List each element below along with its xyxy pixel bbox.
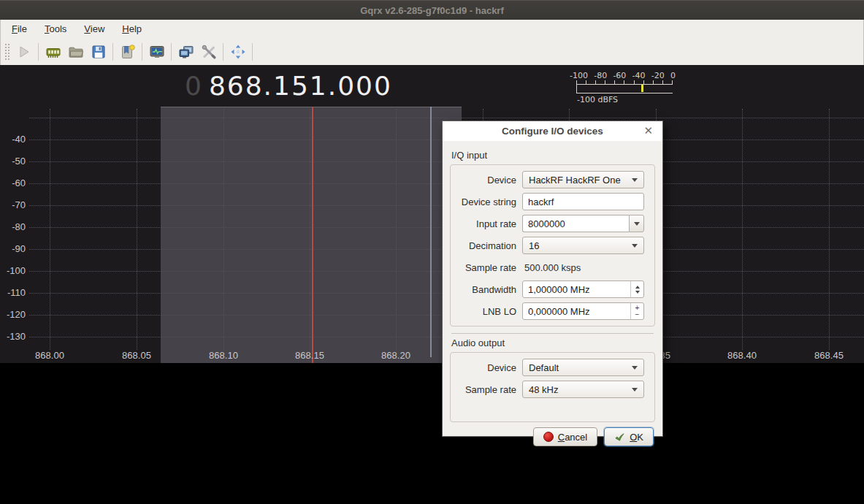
meter-tick-label: -20 xyxy=(651,71,665,80)
filter-edge-marker[interactable] xyxy=(430,107,432,357)
gridline-vertical xyxy=(310,109,310,350)
meter-tick-label: -60 xyxy=(613,71,626,80)
dialog-titlebar[interactable]: Configure I/O devices ✕ xyxy=(443,121,662,141)
signal-meter: -100 -80 -60 -40 -20 0 -100 dBFS xyxy=(570,71,676,104)
meter-tick-label: -40 xyxy=(632,71,646,80)
iq-input-heading: I/Q input xyxy=(451,150,654,161)
audio-sample-rate-value: 48 kHz xyxy=(529,384,558,395)
decimation-label: Decimation xyxy=(455,240,522,251)
open-folder-icon xyxy=(67,43,85,61)
monitor-waveform-icon xyxy=(148,43,166,61)
dsp-settings-button[interactable] xyxy=(145,40,168,63)
input-rate-combobox[interactable]: 8000000 xyxy=(522,215,644,232)
dialog-button-row: Cancel OK xyxy=(450,427,655,446)
cancel-icon xyxy=(543,432,554,442)
toolbar-separator xyxy=(112,43,113,61)
sample-rate-row: Sample rate 500.000 ksps xyxy=(455,259,644,276)
lnb-lo-spinbox[interactable]: 0,000000 MHz + − xyxy=(522,302,644,320)
sample-rate-value: 500.000 ksps xyxy=(522,259,581,276)
db-axis-label: -130 xyxy=(0,331,26,342)
bandwidth-row: Bandwidth 1,000000 MHz xyxy=(455,280,644,298)
toolbar-grip[interactable] xyxy=(4,43,10,61)
crossed-tools-icon xyxy=(200,43,218,61)
spin-minus-icon[interactable]: − xyxy=(635,311,640,318)
save-settings-button[interactable] xyxy=(87,40,110,63)
db-axis-label: -90 xyxy=(0,243,26,254)
bandwidth-spinbox[interactable]: 1,000000 MHz xyxy=(522,280,644,298)
audio-device-combobox[interactable]: Default xyxy=(522,359,644,376)
audio-output-heading: Audio output xyxy=(451,337,654,348)
toolbar-separator xyxy=(171,43,172,61)
fullscreen-button[interactable] xyxy=(226,40,249,63)
decimation-combobox[interactable]: 16 xyxy=(522,237,644,254)
window-title: Gqrx v2.6-285-g7f0c1d9 - hackrf xyxy=(360,5,504,16)
waterfall-panel[interactable] xyxy=(0,363,864,504)
bookmark-book-icon xyxy=(119,43,137,61)
bandwidth-spin-buttons[interactable] xyxy=(630,281,643,297)
input-rate-value: 8000000 xyxy=(528,218,565,229)
db-axis-label: -110 xyxy=(0,287,26,298)
tools-button[interactable] xyxy=(197,40,220,63)
audio-sample-rate-label: Sample rate xyxy=(455,384,522,395)
bandwidth-label: Bandwidth xyxy=(455,284,522,295)
meter-tick-label: -100 xyxy=(570,71,588,80)
device-string-input[interactable]: hackrf xyxy=(522,193,644,210)
input-rate-row: Input rate 8000000 xyxy=(455,215,644,232)
spin-up-icon[interactable] xyxy=(635,286,640,289)
bookmarks-button[interactable] xyxy=(116,40,139,63)
configure-io-devices-dialog: Configure I/O devices ✕ I/Q input Device… xyxy=(442,121,663,437)
freq-axis-label: 868.10 xyxy=(194,350,253,361)
menu-view[interactable]: View xyxy=(75,20,113,38)
cancel-button[interactable]: Cancel xyxy=(533,427,597,446)
sample-rate-label: Sample rate xyxy=(455,262,522,273)
meter-tick-label: 0 xyxy=(670,71,676,80)
window-titlebar: Gqrx v2.6-285-g7f0c1d9 - hackrf xyxy=(0,0,864,20)
lnb-lo-label: LNB LO xyxy=(455,306,522,317)
audio-device-row: Device Default xyxy=(455,359,644,376)
dialog-body: I/Q input Device HackRF HackRF One Devic… xyxy=(443,141,662,446)
menu-file[interactable]: File xyxy=(3,20,36,38)
menu-help[interactable]: Help xyxy=(113,20,150,38)
frequency-display[interactable]: 0868.151.000 xyxy=(185,71,392,104)
iq-device-label: Device xyxy=(455,175,522,186)
remote-control-button[interactable] xyxy=(175,40,197,63)
meter-tick-label: -80 xyxy=(594,71,607,80)
dialog-close-button[interactable]: ✕ xyxy=(643,121,653,140)
db-axis-label: -60 xyxy=(0,177,26,188)
device-string-row: Device string hackrf xyxy=(455,193,644,210)
freq-axis-label: 868.20 xyxy=(367,350,425,361)
spin-down-icon[interactable] xyxy=(635,291,640,294)
audio-output-group: Device Default Sample rate 48 kHz xyxy=(450,352,655,422)
move-arrows-icon xyxy=(229,43,247,61)
device-board-icon xyxy=(45,43,62,61)
iq-device-combobox[interactable]: HackRF HackRF One xyxy=(522,171,644,188)
iq-device-row: Device HackRF HackRF One xyxy=(455,171,644,188)
menu-tools[interactable]: Tools xyxy=(36,20,75,38)
chevron-down-icon xyxy=(632,366,638,370)
db-axis-label: -100 xyxy=(0,265,26,276)
input-rate-dropdown-button[interactable] xyxy=(629,215,644,232)
audio-sample-rate-combobox[interactable]: 48 kHz xyxy=(522,381,644,398)
ok-button[interactable]: OK xyxy=(604,427,654,446)
signal-meter-scale: -100 -80 -60 -40 -20 0 xyxy=(570,71,676,80)
gridline-vertical xyxy=(742,109,743,350)
input-rate-field[interactable]: 8000000 xyxy=(522,215,629,232)
audio-sample-rate-row: Sample rate 48 kHz xyxy=(455,381,644,398)
chevron-down-icon xyxy=(634,222,640,226)
meter-needle xyxy=(641,85,643,92)
chevron-down-icon xyxy=(632,244,638,248)
gridline-vertical xyxy=(50,109,50,350)
freq-axis-label: 868.00 xyxy=(20,350,79,361)
load-settings-button[interactable] xyxy=(64,40,87,63)
start-dsp-button[interactable] xyxy=(12,40,35,63)
lnb-lo-spin-buttons[interactable]: + − xyxy=(630,303,643,319)
freq-axis-label: 868.45 xyxy=(800,350,858,361)
filter-band-highlight[interactable] xyxy=(161,107,462,363)
center-frequency-marker[interactable] xyxy=(312,107,313,363)
configure-io-devices-button[interactable] xyxy=(42,40,64,63)
ok-button-label: OK xyxy=(630,432,643,443)
spectrum-panel[interactable]: 0868.151.000 -100 -80 -60 -40 -20 0 -100… xyxy=(0,65,864,363)
dialog-title: Configure I/O devices xyxy=(502,126,603,137)
play-icon xyxy=(15,43,33,61)
gridline-vertical xyxy=(396,109,397,350)
